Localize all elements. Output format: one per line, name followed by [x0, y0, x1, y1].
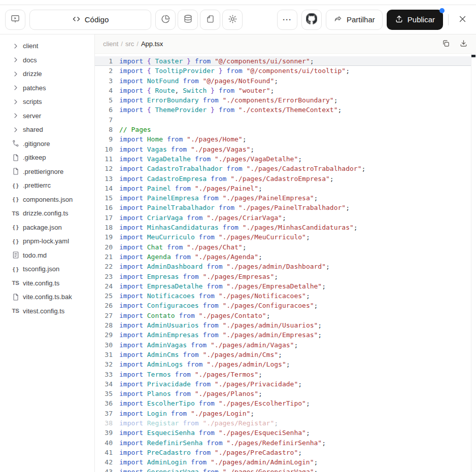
tree-item-pnpm-lock-yaml[interactable]: { }pnpm-lock.yaml	[0, 234, 94, 248]
tree-item-patches[interactable]: patches	[0, 81, 94, 95]
chevron-right-icon	[11, 126, 20, 134]
code-text: import PainelEmpresa from "./pages/Paine…	[119, 193, 318, 203]
share-arrow-icon	[333, 14, 343, 25]
tree-item-vite-config-ts[interactable]: TSvite.config.ts	[0, 276, 94, 291]
download-icon[interactable]	[459, 39, 468, 49]
toolbar-divider	[448, 14, 449, 25]
code-text: import AdminVagas from "./pages/admin/Va…	[119, 340, 298, 350]
tree-item-drizzle[interactable]: drizzle	[0, 67, 94, 81]
share-button[interactable]: Partilhar	[326, 10, 383, 30]
tree-item-label: vite.config.ts	[23, 279, 59, 287]
code-text: import Empresas from "./pages/Empresas";	[119, 272, 278, 281]
code-text: import Configuracoes from "./pages/Confi…	[119, 301, 318, 310]
code-line-27: 27import Contato from "./pages/Contato";	[95, 311, 476, 320]
tree-item-vitest-config-ts[interactable]: TSvitest.config.ts	[0, 304, 94, 318]
line-number: 4	[95, 86, 119, 95]
tree-item-server[interactable]: server	[0, 109, 94, 123]
code-text: import { TooltipProvider } from "@/compo…	[119, 66, 350, 76]
code-line-12: 12import CadastroTrabalhador from "./pag…	[95, 164, 476, 173]
more-options-button[interactable]: ···	[277, 10, 297, 30]
pie-chart-icon	[161, 14, 171, 25]
code-text: import NotFound from "@/pages/NotFound";	[119, 76, 278, 86]
braces-icon: { }	[11, 183, 20, 189]
code-text: import { Route, Switch } from "wouter";	[119, 86, 274, 95]
editor-scrollbar[interactable]	[471, 54, 476, 472]
code-line-35: 35import Planos from "./pages/Planos";	[95, 389, 476, 398]
analytics-button[interactable]	[155, 10, 176, 30]
code-line-24: 24import EmpresaDetalhe from "./pages/Em…	[95, 281, 476, 291]
tree-item-docs[interactable]: docs	[0, 53, 94, 67]
code-text: import Chat from "./pages/Chat";	[119, 242, 246, 252]
tab-codigo[interactable]: Código	[29, 10, 151, 30]
code-text: import PreCadastro from "./pages/PreCada…	[119, 448, 302, 457]
code-text: import Login from "./pages/Login";	[119, 409, 254, 418]
code-editor[interactable]: 1import { Toaster } from "@/components/u…	[95, 54, 476, 472]
secrets-button[interactable]	[200, 10, 220, 30]
line-number: 5	[95, 95, 119, 105]
code-text: import MinhasCandidaturas from "./pages/…	[119, 223, 358, 232]
tree-item-client[interactable]: client	[0, 39, 94, 53]
line-number: 23	[95, 272, 119, 281]
file-icon	[11, 167, 20, 175]
tree-item-vite-config-ts-bak[interactable]: vite.config.ts.bak	[0, 290, 94, 304]
tree-item-shared[interactable]: shared	[0, 123, 94, 137]
tree-item-drizzle-config-ts[interactable]: TSdrizzle.config.ts	[0, 206, 94, 221]
breadcrumb-folder-client[interactable]: client	[103, 40, 118, 48]
tree-item--prettierrc[interactable]: { }.prettierrc	[0, 178, 94, 193]
line-number: 27	[95, 311, 119, 320]
settings-button[interactable]	[222, 10, 243, 30]
code-line-16: 16import PainelTrabalhador from "./pages…	[95, 203, 476, 212]
code-text: import PainelTrabalhador from "./pages/P…	[119, 203, 350, 212]
line-number: 28	[95, 320, 119, 330]
tree-item-tsconfig-json[interactable]: { }tsconfig.json	[0, 262, 94, 276]
tree-item-label: drizzle.config.ts	[23, 209, 69, 217]
line-number: 37	[95, 409, 119, 418]
breadcrumb-separator: /	[121, 40, 123, 48]
code-line-29: 29import AdminEmpresas from "./pages/adm…	[95, 330, 476, 340]
code-line-34: 34import Privacidade from "./pages/Priva…	[95, 379, 476, 389]
close-icon	[458, 15, 467, 25]
code-line-15: 15import PainelEmpresa from "./pages/Pai…	[95, 193, 476, 203]
chevron-right-icon	[11, 56, 20, 64]
breadcrumb-separator: /	[137, 40, 139, 48]
line-number: 26	[95, 301, 119, 310]
code-text: import AdminEmpresas from "./pages/admin…	[119, 330, 322, 340]
github-button[interactable]	[301, 10, 322, 30]
code-icon	[72, 15, 81, 25]
line-number: 30	[95, 340, 119, 350]
line-number: 35	[95, 389, 119, 398]
tree-item--gitkeep[interactable]: .gitkeep	[0, 151, 94, 165]
braces-icon: { }	[11, 266, 20, 272]
line-number: 38	[95, 418, 119, 428]
code-line-4: 4import { Route, Switch } from "wouter";	[95, 86, 476, 95]
tree-item--prettierignore[interactable]: .prettierignore	[0, 165, 94, 179]
tree-item-todo-md[interactable]: todo.md	[0, 248, 94, 263]
tree-item-package-json[interactable]: { }package.json	[0, 221, 94, 235]
tree-item-components-json[interactable]: { }components.json	[0, 193, 94, 207]
code-line-11: 11import VagaDetalhe from "./pages/VagaD…	[95, 154, 476, 164]
preview-button[interactable]	[5, 10, 25, 30]
code-text: import VagaDetalhe from "./pages/VagaDet…	[119, 154, 302, 164]
tree-item-label: scripts	[23, 98, 42, 105]
line-number: 12	[95, 164, 119, 173]
toolbar-right: ··· Partilhar Publicar	[277, 10, 471, 30]
breadcrumb-file: App.tsx	[141, 40, 163, 48]
code-line-3: 3import NotFound from "@/pages/NotFound"…	[95, 76, 476, 86]
close-button[interactable]	[454, 11, 471, 28]
code-line-26: 26import Configuracoes from "./pages/Con…	[95, 301, 476, 310]
code-line-6: 6import { ThemeProvider } from "./contex…	[95, 105, 476, 115]
breadcrumb-actions	[441, 39, 468, 49]
breadcrumb-folder-src[interactable]: src	[125, 40, 134, 48]
tree-item-scripts[interactable]: scripts	[0, 95, 94, 109]
code-line-10: 10import Vagas from "./pages/Vagas";	[95, 144, 476, 154]
scrollbar-thumb[interactable]	[471, 55, 475, 57]
database-button[interactable]	[178, 10, 198, 30]
chevron-right-icon	[11, 84, 20, 92]
copy-icon[interactable]	[441, 39, 450, 49]
chevron-right-icon	[11, 98, 20, 106]
code-line-31: 31import AdminCms from "./pages/admin/Cm…	[95, 350, 476, 359]
code-line-14: 14import Painel from "./pages/Painel";	[95, 184, 476, 193]
tree-item--gitignore[interactable]: .gitignore	[0, 137, 94, 151]
tree-item-label: package.json	[23, 224, 62, 231]
publish-button[interactable]: Publicar	[387, 10, 443, 30]
